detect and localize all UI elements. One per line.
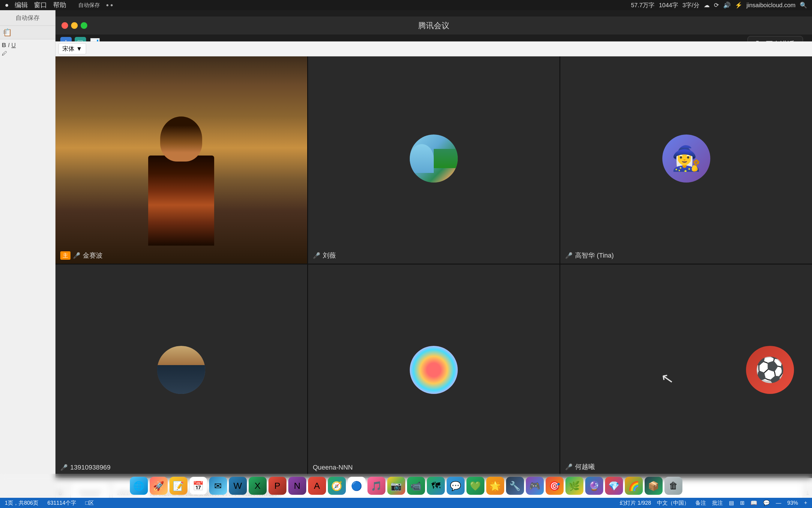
font-row: 🖊 bbox=[2, 50, 53, 57]
wordcount-display: 57.7万字 bbox=[631, 1, 655, 9]
language-status: 中文（中国） bbox=[657, 499, 689, 507]
font-selector-area: 宋体 ▼ bbox=[58, 43, 86, 54]
meeting-maximize-btn[interactable] bbox=[81, 22, 87, 29]
battery-icon: ⚡ bbox=[735, 1, 743, 9]
liu-avatar bbox=[410, 134, 458, 182]
style-row: B I U bbox=[2, 42, 53, 49]
meeting-window: 腾讯会议 ℹ 🛡 📊 🎙 正在讲话: 主 🎤 金赛 bbox=[55, 16, 812, 508]
dock-onenote[interactable]: N bbox=[288, 477, 306, 495]
status-bar: 1页，共806页 631114个字 □区 幻灯片 1/928 中文（中国） 备注… bbox=[0, 498, 812, 508]
participant-name-jin: 主 🎤 金赛波 bbox=[60, 251, 103, 260]
video-cell-he: ↖ ⚽ 🎤 何越曦 bbox=[560, 264, 812, 475]
liu-name-label: 刘薇 bbox=[323, 251, 336, 260]
view-comment-btn[interactable]: 💬 bbox=[763, 500, 770, 506]
bold-icon[interactable]: B bbox=[2, 42, 6, 49]
dock-acrobat[interactable]: A bbox=[308, 477, 326, 495]
zoom-minus[interactable]: — bbox=[776, 500, 781, 506]
dock-app4[interactable]: 🎯 bbox=[545, 477, 564, 495]
mic-icon-jin: 🎤 bbox=[73, 252, 80, 259]
participant-name-queena: Queena-NNN bbox=[313, 464, 353, 471]
dock-trash[interactable]: 🗑 bbox=[664, 477, 682, 495]
video-grid: 主 🎤 金赛波 🎤 刘薇 🧙‍♀️ 🎤 高智华 ( bbox=[55, 53, 812, 475]
dock-app7[interactable]: 💎 bbox=[605, 477, 623, 495]
host-badge: 主 bbox=[60, 251, 70, 260]
video-cell-queena: Queena-NNN bbox=[308, 264, 560, 475]
underline-icon[interactable]: U bbox=[11, 42, 15, 49]
dock-calendar[interactable]: 📅 bbox=[189, 477, 207, 495]
dock-excel[interactable]: X bbox=[249, 477, 267, 495]
dock-photos[interactable]: 📷 bbox=[387, 477, 405, 495]
meeting-titlebar: 腾讯会议 bbox=[55, 16, 812, 35]
dock-mail[interactable]: ✉ bbox=[209, 477, 227, 495]
he-avatar-container: ⚽ bbox=[746, 346, 794, 394]
dock-app8[interactable]: 🌈 bbox=[625, 477, 643, 495]
meeting-title: 腾讯会议 bbox=[418, 20, 449, 31]
wordrate: 3字/分 bbox=[682, 1, 700, 9]
font-dropdown[interactable]: 宋体 ▼ bbox=[58, 43, 86, 54]
dock-safari[interactable]: 🧭 bbox=[328, 477, 346, 495]
word-sidebar: 自动保存 📋 B I U 🖊 ≡ bbox=[0, 10, 55, 508]
mac-dock: 🌐 🚀 📝 📅 ✉ W X P N A 🧭 🔵 🎵 📷 📹 🗺 💬 💚 🌟 🔧 … bbox=[0, 474, 812, 498]
dock-maps[interactable]: 🗺 bbox=[427, 477, 445, 495]
italic-icon[interactable]: I bbox=[8, 42, 10, 49]
sync-icon: ⟳ bbox=[714, 1, 719, 9]
font-dropdown-arrow: ▼ bbox=[76, 45, 82, 52]
dock-wechat[interactable]: 💚 bbox=[467, 477, 484, 495]
dock-app3[interactable]: 🎮 bbox=[526, 477, 544, 495]
dock-chrome[interactable]: 🔵 bbox=[348, 477, 366, 495]
dock-ppt[interactable]: P bbox=[269, 477, 286, 495]
paste-tools: 📋 bbox=[0, 26, 55, 39]
autosave-sidebar: 自动保存 bbox=[15, 14, 40, 22]
system-bar: ● 编辑 窗口 帮助 自动保存 ● ● 57.7万字 1044字 3字/分 ☁ … bbox=[0, 0, 812, 10]
wordcount2: 1044字 bbox=[659, 1, 678, 9]
layout-mode: □区 bbox=[85, 499, 94, 507]
menu-help[interactable]: 帮助 bbox=[53, 1, 66, 10]
dock-app9[interactable]: 📦 bbox=[644, 477, 663, 495]
font-name: 宋体 bbox=[62, 45, 75, 53]
view-outline-btn[interactable]: ▤ bbox=[729, 500, 734, 506]
view-book-btn[interactable]: 📖 bbox=[751, 500, 757, 506]
participant-name-gao: 🎤 高智华 (Tina) bbox=[565, 251, 614, 260]
tel-name-label: 13910938969 bbox=[70, 464, 111, 471]
dock-notes[interactable]: 📝 bbox=[170, 477, 188, 495]
sidebar-top: 自动保存 bbox=[0, 10, 55, 26]
comments-btn[interactable]: 批注 bbox=[712, 499, 723, 507]
mic-icon-liu: 🎤 bbox=[313, 252, 320, 259]
domain-label: jinsaiboicloud.com bbox=[747, 2, 796, 9]
mic-icon-gao: 🎤 bbox=[565, 252, 573, 259]
gao-avatar: 🧙‍♀️ bbox=[662, 134, 710, 182]
participant-name-liu: 🎤 刘薇 bbox=[313, 251, 336, 260]
dock-app6[interactable]: 🔮 bbox=[585, 477, 603, 495]
meeting-close-btn[interactable] bbox=[61, 22, 68, 29]
speaker-icon: 🔊 bbox=[723, 1, 731, 9]
queena-avatar bbox=[410, 346, 458, 394]
he-avatar: ⚽ bbox=[746, 346, 794, 394]
dock-app2[interactable]: 🔧 bbox=[506, 477, 524, 495]
zoom-plus[interactable]: + bbox=[804, 500, 807, 506]
menu-window[interactable]: 窗口 bbox=[34, 1, 47, 10]
dock-app5[interactable]: 🌿 bbox=[565, 477, 583, 495]
jin-name-label: 金赛波 bbox=[83, 251, 103, 260]
mic-icon-he: 🎤 bbox=[565, 463, 573, 470]
dock-facetime[interactable]: 📹 bbox=[407, 477, 425, 495]
mouse-cursor: ↖ bbox=[660, 369, 675, 388]
word-toolbar: 宋体 ▼ bbox=[55, 41, 812, 56]
dock-itunes[interactable]: 🎵 bbox=[368, 477, 385, 495]
search-icon-bar[interactable]: 🔍 bbox=[800, 1, 807, 9]
dock-word[interactable]: W bbox=[229, 477, 247, 495]
mic-icon-tel: 🎤 bbox=[60, 464, 68, 471]
outline-icon: ≡ bbox=[3, 28, 7, 36]
apple-icon[interactable]: ● bbox=[5, 1, 9, 9]
dock-launchpad[interactable]: 🚀 bbox=[150, 477, 168, 495]
menu-edit[interactable]: 编辑 bbox=[15, 1, 28, 10]
system-bar-right: 57.7万字 1044字 3字/分 ☁ ⟳ 🔊 ⚡ jinsaiboicloud… bbox=[631, 1, 807, 9]
copy-format-icon[interactable]: 🖊 bbox=[2, 50, 7, 57]
view-grid-btn[interactable]: ⊞ bbox=[740, 500, 745, 506]
dock-finder[interactable]: 🌐 bbox=[130, 477, 148, 495]
meeting-minimize-btn[interactable] bbox=[71, 22, 78, 29]
notes-btn[interactable]: 备注 bbox=[695, 499, 706, 507]
dock-app1[interactable]: 🌟 bbox=[486, 477, 504, 495]
video-cell-liu: 🎤 刘薇 bbox=[308, 53, 560, 264]
cloud-icon: ☁ bbox=[704, 1, 710, 9]
dock-tencent[interactable]: 💬 bbox=[447, 477, 465, 495]
